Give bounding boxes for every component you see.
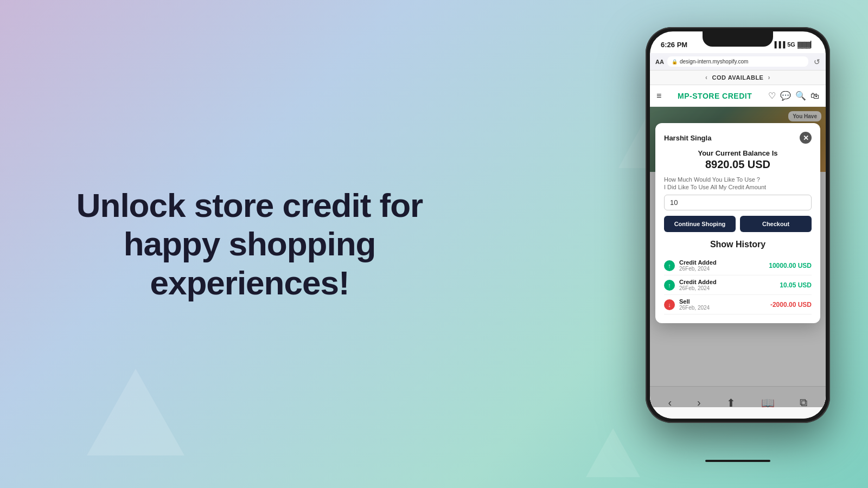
continue-shopping-button[interactable]: Continue Shoping: [664, 216, 736, 232]
browser-bar[interactable]: AA 🔒 design-intern.myshopify.com ↺: [650, 53, 826, 70]
modal-user-name: Harshit Singla: [664, 134, 711, 142]
browser-aa-button[interactable]: AA: [655, 59, 664, 65]
history-item-info-1: Credit Added 26Feb, 2024: [679, 259, 717, 272]
history-amount-3: -2000.00 USD: [770, 301, 812, 309]
history-label-3: Sell: [679, 298, 710, 305]
page-content: You Have Harshit Singla ✕ Your Current B…: [650, 107, 826, 407]
battery-icon: ▓▓▓▏: [797, 41, 815, 48]
store-action-icons: ♡ 💬 🔍 🛍: [768, 91, 819, 101]
history-date-1: 26Feb, 2024: [679, 266, 717, 272]
history-item-1: ↑ Credit Added 26Feb, 2024 10000.00 USD: [664, 256, 812, 275]
browser-url-bar[interactable]: 🔒 design-intern.myshopify.com: [667, 56, 808, 67]
lock-icon: 🔒: [672, 59, 678, 65]
history-item-left-3: ↓ Sell 26Feb, 2024: [664, 298, 710, 311]
history-item-info-2: Credit Added 26Feb, 2024: [679, 279, 717, 291]
modal-action-buttons: Continue Shoping Checkout: [664, 216, 812, 232]
cod-text: COD AVAILABLE: [712, 74, 764, 81]
hero-heading: Unlock store credit for happy shopping e…: [65, 186, 434, 302]
modal-question-text: How Much Would You Like To Use ?: [664, 176, 812, 183]
sell-down-arrow-icon: ↓: [664, 299, 675, 310]
history-item-left-1: ↑ Credit Added 26Feb, 2024: [664, 259, 717, 272]
cod-prev-arrow[interactable]: ‹: [705, 74, 708, 81]
phone-screen: 6:26 PM ▐▐▐ 5G ▓▓▓▏ AA 🔒 design-intern.m…: [650, 31, 826, 419]
phone-mockup: 6:26 PM ▐▐▐ 5G ▓▓▓▏ AA 🔒 design-intern.m…: [640, 16, 835, 472]
cod-banner[interactable]: ‹ COD AVAILABLE ›: [650, 70, 826, 85]
store-credit-modal: Harshit Singla ✕ Your Current Balance Is…: [655, 123, 820, 323]
history-date-2: 26Feb, 2024: [679, 285, 717, 291]
modal-use-all-text: I Did Like To Use All My Credit Amount: [664, 184, 812, 190]
hamburger-menu-icon[interactable]: ≡: [656, 91, 661, 101]
home-indicator: [705, 460, 770, 462]
credit-up-arrow-icon-1: ↑: [664, 260, 675, 271]
credit-up-arrow-icon-2: ↑: [664, 280, 675, 291]
history-item-3: ↓ Sell 26Feb, 2024 -2000.00 USD: [664, 295, 812, 314]
cart-icon[interactable]: 🛍: [810, 91, 819, 101]
signal-bars-icon: ▐▐▐: [773, 41, 785, 48]
modal-close-button[interactable]: ✕: [800, 132, 812, 144]
phone-shell: 6:26 PM ▐▐▐ 5G ▓▓▓▏ AA 🔒 design-intern.m…: [646, 27, 830, 423]
search-icon[interactable]: 🔍: [795, 91, 806, 101]
network-type: 5G: [787, 41, 795, 48]
store-name-label: MP-STORE CREDIT: [678, 92, 752, 100]
show-history-title: Show History: [664, 240, 812, 249]
history-amount-1: 10000.00 USD: [769, 262, 812, 269]
store-header: ≡ MP-STORE CREDIT ♡ 💬 🔍 🛍: [650, 85, 826, 107]
status-icons: ▐▐▐ 5G ▓▓▓▏: [773, 41, 815, 48]
history-item-2: ↑ Credit Added 26Feb, 2024 10.05 USD: [664, 275, 812, 295]
history-item-info-3: Sell 26Feb, 2024: [679, 298, 710, 311]
decorative-triangle-small: [586, 428, 640, 477]
credit-amount-input[interactable]: [664, 195, 812, 210]
cod-next-arrow[interactable]: ›: [768, 74, 770, 81]
checkout-button[interactable]: Checkout: [740, 216, 812, 232]
hero-section: Unlock store credit for happy shopping e…: [65, 186, 434, 302]
history-item-left-2: ↑ Credit Added 26Feb, 2024: [664, 279, 717, 291]
history-label-2: Credit Added: [679, 279, 717, 285]
history-amount-2: 10.05 USD: [780, 281, 812, 289]
whatsapp-icon[interactable]: 💬: [780, 91, 791, 101]
reload-icon[interactable]: ↺: [814, 57, 820, 66]
modal-balance-title: Your Current Balance Is: [664, 149, 812, 157]
modal-header: Harshit Singla ✕: [664, 132, 812, 144]
modal-balance-amount: 8920.05 USD: [664, 158, 812, 171]
status-time: 6:26 PM: [661, 41, 687, 49]
history-date-3: 26Feb, 2024: [679, 305, 710, 311]
wishlist-icon[interactable]: ♡: [768, 91, 776, 101]
url-text: design-intern.myshopify.com: [680, 59, 749, 65]
decorative-triangle-large: [87, 369, 184, 455]
history-label-1: Credit Added: [679, 259, 717, 266]
phone-notch: [703, 31, 773, 47]
